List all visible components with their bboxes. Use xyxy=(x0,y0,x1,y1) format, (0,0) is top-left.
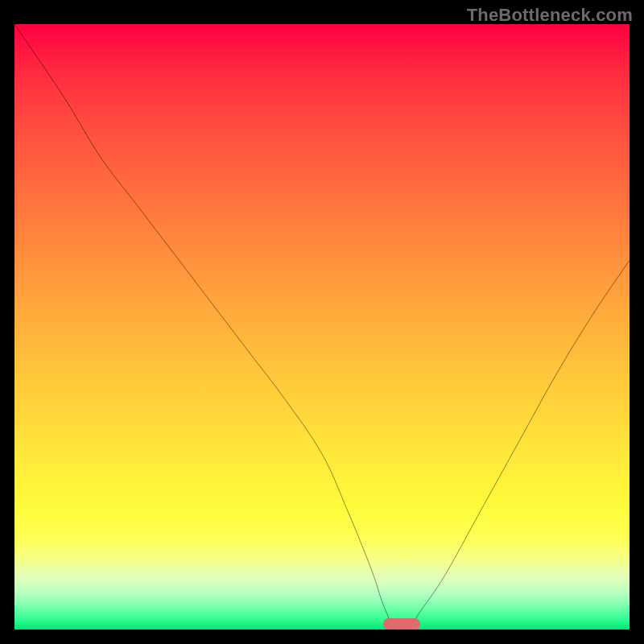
optimal-point-marker xyxy=(383,618,420,630)
chart-frame: TheBottleneck.com xyxy=(0,0,644,644)
bottleneck-curve-path xyxy=(14,24,630,633)
bottleneck-curve-svg xyxy=(14,24,630,630)
watermark-text: TheBottleneck.com xyxy=(467,5,633,26)
plot-area xyxy=(14,24,630,630)
